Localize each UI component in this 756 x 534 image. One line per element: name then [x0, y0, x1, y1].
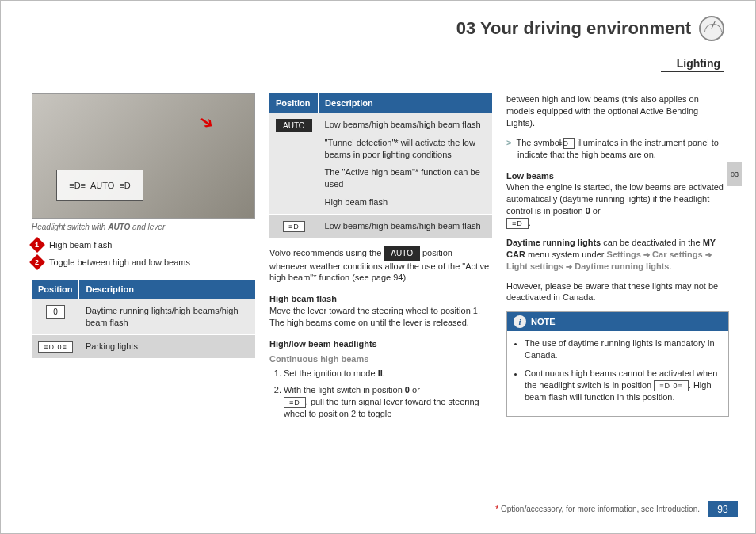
symbol-bullet: >The symbol ≡D illuminates in the instru…: [506, 137, 729, 161]
legend-item-1: 1 High beam flash: [32, 239, 255, 251]
low-beam-icon: ≡D: [283, 221, 305, 232]
parking-lights-icon: ≡D 0≡: [38, 341, 73, 353]
info-icon: i: [514, 315, 526, 328]
page-number: 93: [708, 501, 738, 517]
note-item-1: The use of daytime running lights is man…: [525, 338, 720, 361]
position-0-icon: 0: [46, 305, 65, 319]
section-title: Lighting: [661, 57, 724, 72]
high-beam-flash-text: Move the lever toward the steering wheel…: [269, 305, 492, 329]
gauge-icon: [699, 16, 724, 41]
header-rule: [27, 48, 724, 48]
photo-detail-box: ≡D≡AUTO≡D: [56, 170, 143, 201]
chapter-title: 03 Your driving environment: [456, 18, 691, 39]
auto-icon: AUTO: [276, 119, 312, 133]
column-2: PositionDescription AUTO Low beams/high …: [269, 93, 492, 425]
position-table-1: PositionDescription 0 Daytime running li…: [32, 280, 255, 359]
note-box: i NOTE The use of daytime running lights…: [506, 311, 729, 417]
steps-list: Set the ignition to mode II. With the li…: [284, 368, 492, 420]
heading-low-beams: Low beams: [506, 170, 729, 182]
badge-2-icon: 2: [29, 254, 45, 270]
continuation-text: between high and low beams (this also ap…: [506, 93, 729, 129]
note-item-2: Continuous high beams cannot be activate…: [525, 368, 720, 403]
footer-note: * Option/accessory, for more information…: [495, 505, 700, 513]
arrow-icon: ➔: [193, 109, 219, 136]
footer: * Option/accessory, for more information…: [32, 498, 738, 520]
position-table-2: PositionDescription AUTO Low beams/high …: [269, 93, 492, 238]
low-beam-icon: ≡D: [284, 397, 306, 408]
low-beams-text: When the engine is started, the low beam…: [506, 181, 729, 229]
column-1: ➔ ≡D≡AUTO≡D Headlight switch with AUTO a…: [32, 93, 255, 425]
low-beam-icon: ≡D: [506, 218, 529, 229]
high-beam-indicator-icon: ≡D: [563, 138, 575, 149]
however-text: However, please be aware that these ligh…: [506, 280, 729, 304]
note-title: NOTE: [531, 316, 556, 328]
heading-high-low-beam: High/low beam headlights: [269, 338, 492, 350]
heading-high-beam-flash: High beam flash: [269, 293, 492, 305]
heading-continuous-high: Continuous high beams: [269, 353, 492, 365]
recommendation-text: Volvo recommends using the AUTO position…: [269, 246, 492, 284]
figure-caption: Headlight switch with AUTO and lever: [32, 222, 255, 233]
chapter-tab: 03: [727, 162, 742, 186]
parking-lights-icon: ≡D 0≡: [654, 380, 689, 391]
badge-1-icon: 1: [29, 237, 45, 253]
headlight-switch-photo: ➔ ≡D≡AUTO≡D: [32, 93, 255, 219]
auto-icon: AUTO: [384, 246, 420, 261]
drl-text: Daytime running lights can be deactivate…: [506, 237, 729, 273]
legend-item-2: 2 Toggle between high and low beams: [32, 257, 255, 269]
column-3: between high and low beams (this also ap…: [506, 93, 729, 425]
